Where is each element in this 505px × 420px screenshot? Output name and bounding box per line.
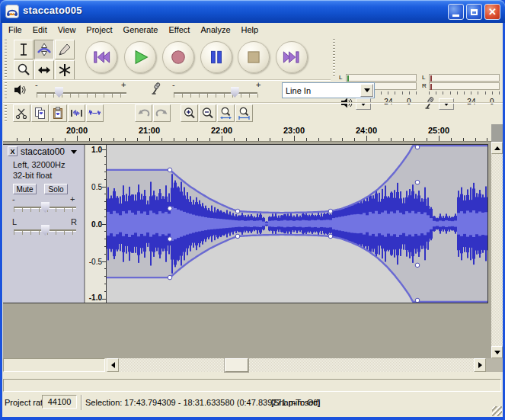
undo-button[interactable]: [135, 104, 152, 122]
silence-button[interactable]: [86, 104, 104, 122]
mixer-toolbar-gripper[interactable]: [5, 82, 7, 101]
envelope-control-point[interactable]: [168, 207, 172, 211]
envelope-control-point[interactable]: [328, 234, 333, 239]
selection-tool-button[interactable]: [14, 40, 34, 59]
envelope-control-point[interactable]: [168, 237, 172, 242]
scroll-left-button[interactable]: [107, 358, 119, 372]
timeline-tick: [161, 138, 162, 141]
menu-generate[interactable]: Generate: [118, 23, 164, 37]
scroll-down-button[interactable]: [491, 346, 503, 358]
fit-project-button[interactable]: [235, 104, 253, 122]
copy-button[interactable]: [31, 104, 49, 122]
horizontal-scrollbar-track[interactable]: [119, 358, 474, 372]
waveform-display[interactable]: [107, 145, 487, 303]
track-close-button[interactable]: X: [8, 146, 18, 156]
forward-button[interactable]: [276, 41, 308, 73]
timeline-tick: [451, 138, 452, 141]
redo-button[interactable]: [153, 104, 171, 122]
zoom-in-button[interactable]: [181, 104, 198, 122]
audacity-logo-icon: [5, 5, 19, 18]
horizontal-scrollbar-thumb[interactable]: [225, 358, 248, 372]
scroll-up-button[interactable]: [491, 142, 503, 154]
track-control-panel[interactable]: X staccato00 Left, 32000Hz 32-bit float …: [3, 145, 85, 303]
combo-dropdown-button[interactable]: [360, 84, 373, 97]
vruler-tick: [104, 231, 106, 232]
rate-value-text: 44100: [48, 397, 72, 406]
chevron-down-icon: [364, 88, 370, 92]
meter-menu-button[interactable]: [439, 98, 454, 110]
track-menu-arrow-icon[interactable]: [71, 150, 77, 154]
timeshift-tool-button[interactable]: [34, 60, 54, 80]
maximize-button[interactable]: [466, 4, 482, 20]
multi-tool-button[interactable]: [55, 60, 75, 80]
vruler-tick: [102, 224, 106, 225]
envelope-control-point[interactable]: [415, 298, 420, 303]
tools-toolbar-gripper[interactable]: [5, 40, 7, 78]
pause-button[interactable]: [200, 41, 232, 73]
window-border-left: [0, 23, 2, 420]
close-button[interactable]: ✕: [484, 4, 500, 20]
output-volume-ticks: [37, 94, 127, 98]
timeline-tick: [113, 138, 114, 141]
envelope-control-point[interactable]: [415, 180, 420, 184]
cut-button[interactable]: [13, 104, 30, 122]
rewind-button[interactable]: [85, 41, 117, 73]
solo-button[interactable]: Solo: [44, 184, 68, 194]
vertical-scrollbar[interactable]: [491, 142, 503, 358]
menu-analyze[interactable]: Analyze: [195, 23, 235, 37]
trim-button[interactable]: [68, 104, 85, 122]
zoom-tool-button[interactable]: [14, 60, 34, 80]
fit-selection-button[interactable]: [217, 104, 235, 122]
menu-edit[interactable]: Edit: [27, 23, 53, 37]
envelope-control-point[interactable]: [415, 145, 420, 149]
stop-button[interactable]: [238, 41, 270, 73]
play-button[interactable]: [124, 41, 156, 73]
menu-view[interactable]: View: [53, 23, 82, 37]
mute-button[interactable]: Mute: [13, 184, 37, 194]
arrow-right-icon: [478, 362, 482, 368]
record-button[interactable]: [162, 41, 194, 73]
meter-zero-line: [430, 84, 432, 90]
timeline-tick: [246, 138, 247, 141]
vruler-tick: [104, 246, 106, 247]
draw-tool-button[interactable]: [55, 40, 75, 59]
maximize-icon: [471, 9, 478, 15]
vruler-tick: [104, 254, 106, 255]
envelope-control-point[interactable]: [328, 209, 333, 213]
vruler-label: 0.5: [91, 183, 102, 191]
envelope-control-point[interactable]: [415, 263, 420, 268]
project-rate-value[interactable]: 44100: [42, 395, 77, 409]
menu-help[interactable]: Help: [236, 23, 264, 37]
output-volume-min: -: [35, 80, 38, 89]
vruler-tick: [104, 164, 106, 165]
track-title: staccato00: [21, 146, 65, 157]
vertical-ruler[interactable]: 1.00.50.0-0.5-1.0: [85, 145, 107, 303]
envelope-control-point[interactable]: [235, 209, 240, 213]
title-bar[interactable]: staccato005 ✕: [0, 0, 505, 23]
edit-toolbar-gripper[interactable]: [5, 105, 7, 123]
gain-max: +: [70, 194, 75, 204]
input-source-select[interactable]: Line In: [282, 82, 375, 98]
timeline-ruler[interactable]: 20:0021:0022:0023:0024:0025:00: [3, 124, 491, 142]
meter-toolbar-gripper[interactable]: [333, 39, 335, 79]
timeline-tick: [294, 136, 295, 141]
zoom-out-button[interactable]: [199, 104, 216, 122]
menu-project[interactable]: Project: [81, 23, 117, 37]
menu-file[interactable]: File: [3, 23, 27, 37]
snap-to-status: [Snap-To Off]: [271, 398, 321, 407]
toolbar-separator: [3, 79, 331, 81]
menu-effect[interactable]: Effect: [163, 23, 195, 37]
resize-grip[interactable]: [492, 406, 502, 416]
paste-button[interactable]: [50, 104, 67, 122]
scroll-right-button[interactable]: [474, 358, 486, 372]
envelope-control-point[interactable]: [168, 168, 172, 172]
meter-menu-button[interactable]: [356, 98, 371, 110]
input-meter[interactable]: LR-240: [420, 74, 503, 115]
envelope-control-point[interactable]: [168, 275, 172, 280]
timeline-tick: [234, 138, 235, 141]
envelope-tool-button[interactable]: [34, 40, 54, 59]
timeline-tick: [77, 136, 78, 141]
vruler-tick: [104, 179, 106, 180]
envelope-control-point[interactable]: [235, 234, 240, 239]
minimize-button[interactable]: [448, 4, 464, 20]
